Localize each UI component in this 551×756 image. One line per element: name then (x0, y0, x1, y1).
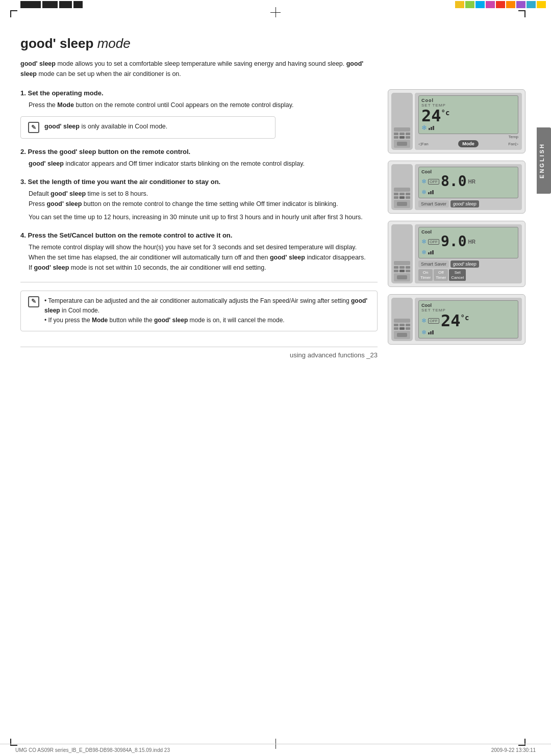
rb2 (399, 133, 404, 135)
good-sleep-btn-2[interactable]: good' sleep (450, 200, 479, 207)
remote-silhouette-2 (391, 164, 413, 210)
rb1 (394, 133, 398, 135)
diagram-3: Cool ❄ OFF 9.0 HR ❄ (388, 221, 525, 287)
temp-display-1: 24°c (421, 108, 515, 124)
page-title-normal: mode (93, 36, 130, 51)
remote-silhouette-1 (391, 93, 413, 150)
intro-text: good' sleep mode allows you to set a com… (20, 59, 367, 79)
top-bar-right (455, 0, 551, 9)
cool-label-4: Cool (421, 303, 515, 308)
signal-bars-2 (428, 190, 434, 194)
off-timer-btn[interactable]: OffTimer (434, 269, 448, 281)
bottom-bar: UMG CO AS09R series_IB_E_DB98-DB98-30984… (0, 744, 551, 756)
bottom-date: 2009-9-22 13:30:11 (491, 747, 536, 753)
on-timer-btn[interactable]: OnTimer (418, 269, 433, 281)
diagram-1: Cool SET TEMP 24°c ❄ Te (388, 89, 525, 153)
off-box-3: OFF (428, 239, 439, 245)
display-1: Cool SET TEMP 24°c ❄ Te (415, 93, 522, 150)
footer-text: using advanced functions _23 (290, 351, 378, 359)
color-chip-cyan (475, 1, 485, 8)
temp-display-4: 24°c (441, 312, 469, 329)
step-3: 3. Set the length of time you want the a… (20, 178, 378, 222)
timer-row-2: ❄ OFF 8.0 HR (421, 174, 515, 189)
rb4 (394, 136, 398, 139)
snowflake-icon-3: ❄ (421, 249, 427, 256)
timer-val-3: 9.0 (441, 234, 467, 249)
snowflake-3: ❄ (421, 238, 427, 245)
step-2: 2. Press the good' sleep button on the r… (20, 148, 378, 169)
note-box-bottom: ✎ Temperature can be adjusted and the ai… (20, 291, 378, 331)
screen-1: Cool SET TEMP 24°c ❄ (418, 95, 518, 134)
screen-4: Cool SET TEMP ❄ OFF 24°c ❄ (418, 300, 518, 338)
bottom-file: UMG CO AS09R series_IB_E_DB98-DB98-30984… (15, 747, 170, 753)
display-4: Cool SET TEMP ❄ OFF 24°c ❄ (415, 298, 522, 341)
hr-label-3: HR (468, 239, 475, 245)
top-bar-block3 (59, 1, 72, 8)
color-chip-magenta (486, 1, 495, 8)
remote-grid-2 (394, 193, 410, 199)
page-footer: using advanced functions _23 (20, 347, 378, 359)
fan-right-label: Fan▷ (508, 142, 518, 146)
color-chip-purple (516, 1, 525, 8)
timer-row-3: ❄ OFF 9.0 HR (421, 234, 515, 249)
color-chip-green (465, 1, 474, 8)
remote-silhouette-4 (391, 298, 413, 341)
remote-bottom-2 (394, 200, 410, 208)
rb3 (406, 133, 410, 135)
smart-saver-btn-3[interactable]: Smart Saver (418, 260, 449, 268)
hr-label-2: HR (468, 179, 475, 185)
top-bar-block2 (42, 1, 58, 8)
corner-mark-tl (10, 10, 17, 17)
bar2 (431, 127, 432, 130)
set-cancel-btn[interactable]: SetCancel (449, 269, 466, 281)
top-bar (0, 0, 551, 9)
step-4-number: 4. Press the Set/Cancel button on the re… (20, 231, 378, 239)
side-tab-english: ENGLISH (537, 127, 551, 194)
step-4: 4. Press the Set/Cancel button on the re… (20, 231, 378, 273)
top-bar-block4 (73, 1, 83, 8)
bar3 (433, 126, 434, 130)
cool-label-1: Cool (421, 98, 515, 103)
smart-saver-btn-2[interactable]: Smart Saver (418, 200, 449, 207)
bar1 (429, 128, 430, 130)
step-3-text: Default good' sleep time is set to 8 hou… (29, 189, 378, 222)
step-1-number: 1. Set the operating mode. (20, 89, 378, 97)
good-sleep-btn-3[interactable]: good' sleep (450, 260, 479, 268)
color-chip-red (496, 1, 505, 8)
mode-button-1[interactable]: Mode (458, 140, 479, 147)
top-bar-block1 (20, 1, 41, 8)
cool-label-2: Cool (421, 169, 515, 174)
top-bar-left (0, 0, 83, 9)
color-chip-yellow (455, 1, 464, 8)
remote-grid-1 (394, 133, 410, 139)
snowflake-4: ❄ (421, 317, 427, 324)
step-4-text: The remote control display will show the… (29, 242, 378, 273)
step-2-number: 2. Press the good' sleep button on the r… (20, 148, 378, 155)
page-content: good' sleep mode good' sleep mode allows… (20, 15, 525, 741)
screen-3: Cool ❄ OFF 9.0 HR ❄ (418, 227, 518, 258)
note-text-1: good' sleep is only available in Cool mo… (44, 122, 167, 132)
step-1: 1. Set the operating mode. Press the Mod… (20, 89, 378, 139)
color-chip-gold (537, 1, 546, 8)
step-3-number: 3. Set the length of time you want the a… (20, 178, 378, 186)
color-chip-orange (506, 1, 515, 8)
remote-top-2 (394, 188, 410, 192)
main-layout: 1. Set the operating mode. Press the Mod… (20, 89, 525, 359)
note-icon-1: ✎ (28, 122, 39, 133)
snowflake-icon-4: ❄ (421, 329, 427, 336)
snowflake-icon-2: ❄ (421, 189, 427, 196)
icons-row-2: ❄ (421, 189, 515, 196)
signal-bars-1 (429, 126, 434, 130)
fan-left-label: ◁Fan (418, 142, 429, 146)
off-box-2: OFF (428, 179, 439, 185)
content-column: 1. Set the operating mode. Press the Mod… (20, 89, 378, 359)
page-title-bold: good' sleep (20, 36, 93, 51)
note-list-bottom: Temperature can be adjusted and the air … (44, 296, 370, 326)
snowflake-2: ❄ (421, 178, 427, 185)
display-3: Cool ❄ OFF 9.0 HR ❄ (415, 224, 522, 283)
remote-btn-large-1 (397, 142, 407, 146)
step-1-text: Press the Mode button on the remote cont… (29, 100, 378, 110)
snowflake-icon-1: ❄ (421, 124, 427, 132)
remote-silhouette-3 (391, 224, 413, 283)
color-chip-blue (527, 1, 536, 8)
